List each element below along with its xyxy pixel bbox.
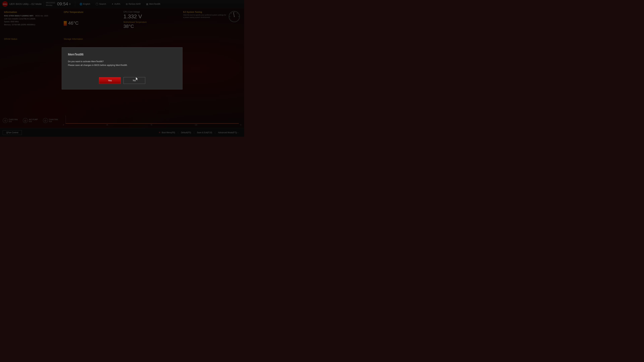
no-button[interactable]: No (124, 77, 145, 84)
dialog-buttons: Yes No (68, 77, 176, 84)
dialog-line1: Do you want to activate MemTest86? (68, 60, 176, 63)
dialog-title: MemTest86 (68, 53, 176, 56)
dialog-body: Do you want to activate MemTest86? Pleas… (68, 60, 176, 67)
yes-button[interactable]: Yes (99, 77, 121, 84)
memtest86-dialog: MemTest86 Do you want to activate MemTes… (62, 47, 182, 89)
dialog-line2: Please save all changes in BIOS before a… (68, 63, 176, 67)
